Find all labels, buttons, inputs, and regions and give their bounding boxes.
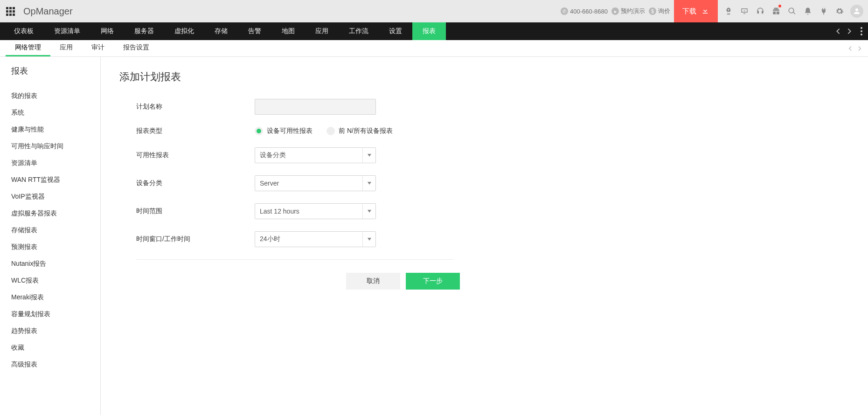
avatar[interactable]: [850, 5, 863, 18]
divider: [136, 259, 453, 260]
nav-workflow[interactable]: 工作流: [339, 22, 379, 40]
subnav: 网络管理 应用 审计 报告设置: [0, 40, 868, 57]
time-window-label: 时间窗口/工作时间: [136, 235, 255, 243]
plan-name-input[interactable]: [255, 99, 376, 115]
sidebar-storage[interactable]: 存储报表: [11, 222, 100, 239]
demo-text: 预约演示: [621, 7, 645, 15]
subnav-report-settings[interactable]: 报告设置: [114, 40, 159, 56]
dollar-icon: $: [649, 7, 656, 15]
headset-icon[interactable]: [752, 0, 768, 22]
next-button[interactable]: 下一步: [406, 273, 460, 290]
time-range-label: 时间范围: [136, 207, 255, 215]
page-title: 添加计划报表: [119, 70, 849, 84]
chevron-down-icon: [362, 176, 375, 191]
nav-network[interactable]: 网络: [90, 22, 124, 40]
time-window-value: 24小时: [260, 235, 280, 243]
download-icon: [701, 7, 709, 16]
sidebar-nutanix[interactable]: Nutanix报告: [11, 256, 100, 272]
subnav-prev-icon[interactable]: [846, 40, 855, 57]
nav-reports[interactable]: 报表: [412, 22, 446, 40]
chevron-down-icon: [362, 204, 375, 219]
svg-point-0: [861, 27, 862, 29]
gear-icon[interactable]: [832, 0, 847, 22]
sidebar-system[interactable]: 系统: [11, 104, 100, 121]
content: 添加计划报表 计划名称 报表类型 设备可用性报表 前 N/所有设备报: [101, 57, 868, 415]
radio-unchecked-icon: [326, 127, 335, 135]
demo-link[interactable]: ▸ 预约演示: [611, 7, 645, 15]
sidebar-health[interactable]: 健康与性能: [11, 121, 100, 138]
sidebar-my-reports[interactable]: 我的报表: [11, 88, 100, 104]
radio-device-availability[interactable]: 设备可用性报表: [255, 127, 312, 135]
bell-icon[interactable]: [800, 0, 816, 22]
nav-server[interactable]: 服务器: [124, 22, 164, 40]
chevron-down-icon: [362, 232, 375, 247]
sidebar-wan-rtt[interactable]: WAN RTT监视器: [11, 172, 100, 188]
sidebar: 报表 我的报表 系统 健康与性能 可用性与响应时间 资源清单 WAN RTT监视…: [0, 57, 101, 415]
nav-app[interactable]: 应用: [305, 22, 339, 40]
sidebar-wlc[interactable]: WLC报表: [11, 272, 100, 289]
rocket-icon[interactable]: [721, 0, 736, 22]
brand-name: OpManager: [23, 6, 73, 17]
device-category-value: Server: [260, 180, 279, 187]
svg-point-1: [861, 30, 862, 32]
download-label: 下载: [682, 7, 696, 16]
availability-label: 可用性报表: [136, 151, 255, 159]
subnav-audit[interactable]: 审计: [82, 40, 114, 56]
sidebar-favorites[interactable]: 收藏: [11, 339, 100, 356]
time-range-select[interactable]: Last 12 hours: [255, 203, 376, 219]
topbar: OpManager ✆ 400-660-8680 ▸ 预约演示 $ 询价 下载: [0, 0, 868, 22]
subnav-next-icon[interactable]: [855, 40, 864, 57]
sidebar-meraki[interactable]: Meraki报表: [11, 289, 100, 306]
cancel-button[interactable]: 取消: [346, 273, 400, 290]
sidebar-capacity[interactable]: 容量规划报表: [11, 306, 100, 323]
quote-text: 询价: [658, 7, 670, 15]
phone-text: 400-660-8680: [570, 8, 608, 15]
plug-icon[interactable]: [816, 0, 832, 22]
sidebar-virtual[interactable]: 虚拟服务器报表: [11, 205, 100, 222]
sidebar-availability[interactable]: 可用性与响应时间: [11, 138, 100, 155]
sidebar-title: 报表: [11, 65, 100, 76]
search-icon[interactable]: [784, 0, 800, 22]
gift-icon[interactable]: [768, 0, 784, 22]
nav-dashboard[interactable]: 仪表板: [4, 22, 44, 40]
device-category-select[interactable]: Server: [255, 175, 376, 191]
subnav-network-mgmt[interactable]: 网络管理: [6, 40, 50, 56]
availability-select[interactable]: 设备分类: [255, 147, 376, 163]
sidebar-forecast[interactable]: 预测报表: [11, 239, 100, 256]
sidebar-voip[interactable]: VoIP监视器: [11, 188, 100, 205]
radio-checked-icon: [255, 127, 263, 135]
form: 计划名称 报表类型 设备可用性报表 前 N/所有设备报表: [119, 99, 539, 290]
nav-more-icon[interactable]: [855, 22, 868, 40]
phone-icon: ✆: [561, 7, 568, 15]
nav-next-icon[interactable]: [844, 22, 855, 40]
sidebar-trend[interactable]: 趋势报表: [11, 323, 100, 339]
phone-link[interactable]: ✆ 400-660-8680: [561, 7, 608, 15]
play-icon: ▸: [611, 7, 619, 15]
plan-name-label: 计划名称: [136, 103, 255, 111]
download-button[interactable]: 下载: [674, 0, 718, 22]
nav-alarm[interactable]: 告警: [238, 22, 271, 40]
radio-b-label: 前 N/所有设备报表: [339, 127, 393, 135]
radio-a-label: 设备可用性报表: [267, 127, 312, 135]
mainnav: 仪表板 资源清单 网络 服务器 虚拟化 存储 告警 地图 应用 工作流 设置 报…: [0, 22, 868, 40]
radio-top-n[interactable]: 前 N/所有设备报表: [326, 127, 393, 135]
quote-link[interactable]: $ 询价: [649, 7, 670, 15]
time-window-select[interactable]: 24小时: [255, 231, 376, 247]
time-range-value: Last 12 hours: [260, 208, 299, 215]
nav-settings[interactable]: 设置: [379, 22, 412, 40]
report-type-label: 报表类型: [136, 127, 255, 135]
monitor-icon[interactable]: [736, 0, 752, 22]
app-grid-icon[interactable]: [5, 6, 16, 17]
availability-value: 设备分类: [260, 151, 286, 159]
subnav-app[interactable]: 应用: [50, 40, 82, 56]
nav-prev-icon[interactable]: [833, 22, 844, 40]
sidebar-inventory[interactable]: 资源清单: [11, 155, 100, 172]
top-icons: [721, 0, 863, 22]
chevron-down-icon: [362, 148, 375, 163]
nav-storage[interactable]: 存储: [204, 22, 238, 40]
nav-inventory[interactable]: 资源清单: [44, 22, 90, 40]
sidebar-advanced[interactable]: 高级报表: [11, 356, 100, 373]
nav-virtualization[interactable]: 虚拟化: [164, 22, 204, 40]
svg-point-2: [861, 34, 862, 35]
nav-map[interactable]: 地图: [271, 22, 305, 40]
